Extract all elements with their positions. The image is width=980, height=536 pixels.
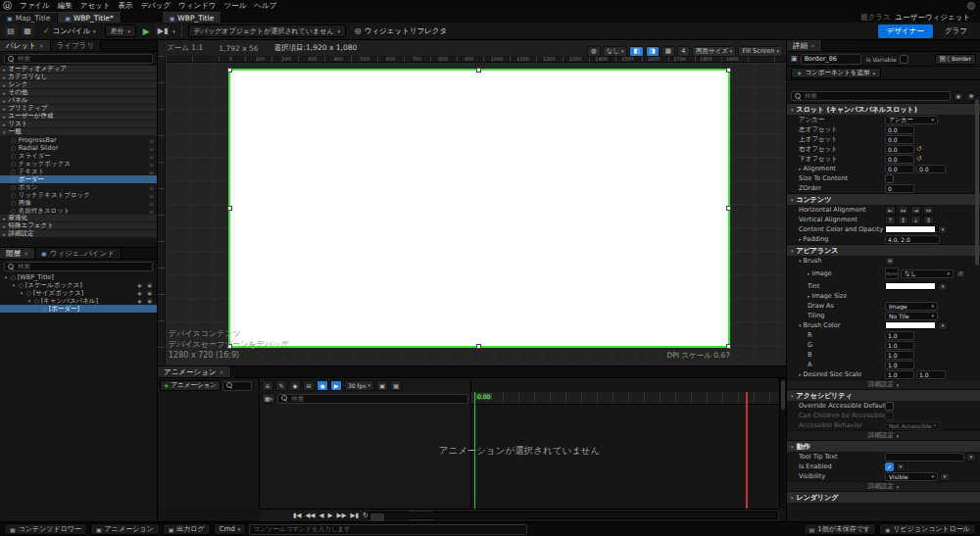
palette-search[interactable] — [4, 54, 153, 64]
content-drawer-button[interactable]: ▦ コンテンツドロワー — [4, 523, 87, 535]
menu-item[interactable]: ヘルプ — [250, 1, 280, 11]
color-swatch[interactable] — [885, 321, 936, 329]
render-options-icon[interactable]: ▦ — [390, 380, 402, 391]
jump-to-end-icon[interactable]: ▶▮ — [351, 512, 360, 519]
details-section-header[interactable]: ▾コンテンツ — [787, 193, 980, 205]
timeline-ruler[interactable] — [471, 392, 779, 405]
tab-asset[interactable]: ▣ WBP_Title* — [58, 12, 121, 23]
loop-icon[interactable]: ↻ — [363, 512, 368, 519]
diff-dropdown[interactable]: 差分 ▾ — [105, 24, 137, 37]
alignment-option[interactable]: ⇣ — [910, 216, 921, 224]
console-command-box[interactable] — [249, 524, 527, 535]
resize-handle[interactable] — [227, 206, 232, 211]
text-input[interactable] — [885, 453, 964, 462]
tree-row[interactable]: ▢[ボーダー] — [0, 305, 157, 313]
close-icon[interactable]: × — [39, 42, 44, 49]
widget-reflector-button[interactable]: ◎ ウィジェットリフレクタ — [349, 24, 453, 38]
palette-category[interactable]: ▸リスト — [0, 121, 157, 128]
details-view-options-button[interactable]: ◉ — [954, 92, 963, 101]
tab-library[interactable]: ライブラリ — [51, 40, 101, 51]
number-field[interactable]: 0.0 — [885, 165, 914, 173]
screen-size-dropdown[interactable]: 画面サイズ ▾ — [692, 46, 736, 57]
advanced-expander[interactable]: 詳細設定▾ — [787, 481, 980, 491]
hierarchy-search[interactable] — [4, 262, 153, 271]
checkbox[interactable] — [885, 412, 894, 420]
alignment-option[interactable]: ⇤ — [885, 206, 896, 215]
add-component-button[interactable]: + コンポーネントを追加 ▾ — [791, 68, 881, 78]
resize-handle[interactable] — [476, 344, 481, 349]
palette-category[interactable]: ▸詳細設定 — [0, 230, 157, 238]
object-name-field[interactable]: Border_86 — [801, 54, 861, 65]
advanced-expander[interactable]: 詳細設定▾ — [787, 379, 980, 389]
bind-icon[interactable]: ▾ — [896, 463, 906, 471]
timeline-scrollbar[interactable] — [368, 512, 777, 519]
property-dropdown[interactable]: Image▾ — [885, 302, 938, 311]
advanced-expander[interactable]: 詳細設定▾ — [787, 430, 980, 440]
snap-grid-icon[interactable]: ⊞ — [303, 380, 315, 391]
menu-item[interactable]: ファイル — [16, 1, 54, 11]
color-swatch[interactable] — [885, 225, 936, 233]
camera-icon[interactable]: ▣ — [376, 380, 388, 391]
flow-direction-toggle[interactable]: ◧ — [629, 46, 643, 57]
is-variable-checkbox[interactable] — [900, 55, 908, 64]
tab-widget-bind[interactable]: ▣ ウィジェ..バインド — [35, 248, 122, 259]
menu-item[interactable]: 表示 — [114, 1, 136, 11]
copy-icon[interactable]: ⊟ — [885, 257, 895, 266]
reset-icon[interactable]: ↺ — [916, 145, 922, 153]
color-picker-icon[interactable]: ▾ — [938, 321, 948, 330]
add-key-icon[interactable]: ◆ — [289, 380, 301, 391]
safe-zone-toggle[interactable]: ◨ — [646, 46, 660, 57]
hierarchy-search-input[interactable] — [18, 263, 149, 270]
details-section-header[interactable]: ▾レンダリング — [787, 491, 980, 503]
number-field[interactable]: 1.0 — [885, 361, 914, 369]
menu-item[interactable]: ツール — [220, 1, 251, 11]
checkbox[interactable]: ✓ — [885, 463, 894, 471]
property-dropdown[interactable]: アンカー▾ — [885, 116, 938, 124]
track-filter-button[interactable]: ▦▾ — [262, 393, 275, 404]
browse-icon[interactable]: ↺ — [956, 269, 965, 278]
visibility-icons[interactable]: ◉ ▣ — [137, 298, 157, 304]
fps-dropdown[interactable]: 30 fps▾ — [344, 380, 374, 391]
number-field[interactable]: 1.0 — [885, 370, 914, 379]
close-icon[interactable]: × — [220, 368, 224, 375]
previous-frame-icon[interactable]: ◀ — [319, 512, 324, 519]
browse-content-button[interactable]: ▦ — [21, 24, 34, 37]
palette-search-input[interactable] — [18, 55, 149, 63]
frame-skip-button[interactable]: ▶▮ — [156, 24, 170, 37]
add-animation-button[interactable]: + アニメーション — [160, 380, 220, 391]
palette-item[interactable]: ▢ProgressBar≡ — [0, 136, 157, 144]
animation-drawer-button[interactable]: ▣ アニメーション — [90, 523, 160, 535]
details-section-header[interactable]: ▾アクセシビリティ — [787, 389, 980, 401]
fill-screen-dropdown[interactable]: Fill Screen ▾ — [738, 46, 783, 57]
alignment-option[interactable]: ⇡ — [885, 216, 896, 224]
property-dropdown[interactable]: No Tile▾ — [885, 312, 938, 320]
details-section-header[interactable]: ▾動作 — [787, 440, 980, 452]
details-scrollbar[interactable] — [975, 99, 979, 266]
resize-handle[interactable] — [726, 206, 731, 211]
curve-editor-icon[interactable]: ✎ — [275, 380, 287, 391]
alignment-option[interactable]: ⇥ — [910, 206, 921, 215]
previous-key-icon[interactable]: ◀◀ — [306, 512, 316, 519]
menu-item[interactable]: デバッグ — [136, 1, 174, 11]
revision-control-button[interactable]: ◉ リビジョンコントロール — [879, 523, 976, 535]
localization-preview-button[interactable]: ◍ — [587, 46, 601, 57]
menu-item[interactable]: アセット — [76, 1, 115, 11]
alignment-option[interactable]: ⇕ — [923, 216, 934, 224]
color-picker-icon[interactable]: ▾ — [938, 282, 948, 291]
details-section-header[interactable]: ▾アピアランス — [787, 244, 980, 256]
play-button[interactable]: ▶ — [139, 24, 153, 37]
number-field[interactable]: 1.0 — [885, 341, 914, 350]
designer-viewport[interactable]: ズーム 1:1 1,792 x 56 選択項目:1,920 x 1,080 ◍ … — [158, 40, 786, 365]
graph-mode-button[interactable]: グラフ — [936, 24, 976, 38]
play-options-chevron-icon[interactable]: ▾ — [172, 28, 175, 34]
alignment-option[interactable]: ↔ — [898, 206, 908, 215]
jump-to-start-icon[interactable]: ▮◀ — [293, 512, 302, 519]
bind-icon[interactable]: ▾ — [966, 453, 976, 462]
number-field[interactable]: 1.0 — [916, 370, 946, 379]
resize-handle[interactable] — [726, 68, 731, 73]
parent-class-value[interactable]: ユーザーウィジェット — [896, 13, 970, 23]
tab-animation[interactable]: アニメーション × — [158, 366, 231, 377]
asset-dropdown[interactable]: なし▾ — [901, 269, 954, 278]
menu-item[interactable]: ウィンドウ — [174, 1, 220, 11]
menu-item[interactable]: 編集 — [54, 1, 76, 11]
